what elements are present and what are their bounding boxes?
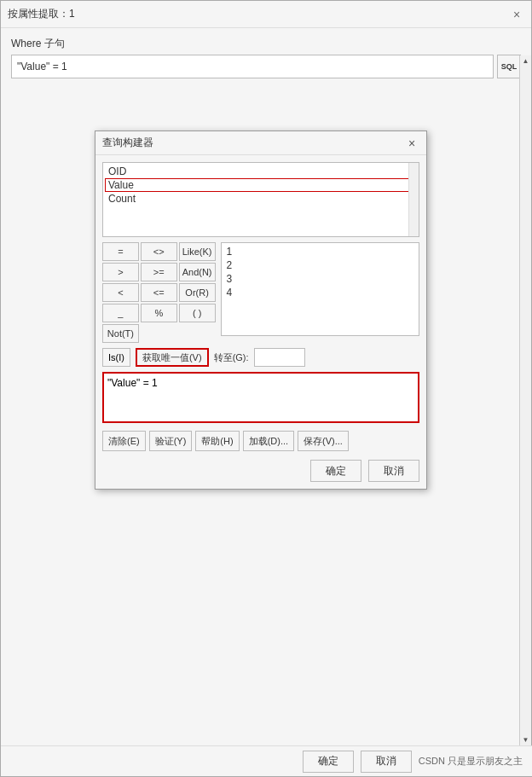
op-lte-button[interactable]: <= xyxy=(141,283,177,302)
is-button[interactable]: Is(I) xyxy=(102,348,130,367)
op-neq-button[interactable]: <> xyxy=(141,242,177,261)
outer-window-title: 按属性提取：1 xyxy=(8,7,75,21)
op-gte-button[interactable]: >= xyxy=(141,263,177,281)
values-list[interactable]: 1 2 3 4 xyxy=(221,242,419,336)
verify-button[interactable]: 验证(Y) xyxy=(149,431,193,451)
get-unique-button[interactable]: 获取唯一值(V) xyxy=(136,348,209,367)
op-or-button[interactable]: Or(R) xyxy=(179,283,216,302)
op-parens-button[interactable]: ( ) xyxy=(179,304,216,322)
outer-right-scrollbar[interactable]: ▲ ▼ xyxy=(519,55,531,745)
op-percent-button[interactable]: % xyxy=(141,304,177,322)
where-input[interactable] xyxy=(11,55,494,78)
sql-icon-button[interactable]: SQL xyxy=(497,55,521,78)
value-item-4[interactable]: 4 xyxy=(225,286,415,299)
bottom-confirm-button[interactable]: 确定 xyxy=(303,751,354,773)
value-item-3[interactable]: 3 xyxy=(225,272,415,286)
where-input-row: SQL xyxy=(11,55,521,78)
scroll-down-arrow[interactable]: ▼ xyxy=(523,736,529,744)
operators-values-row: = <> Like(K) > >= And(N) < <= Or(R) _ % … xyxy=(102,242,419,343)
operators-grid: = <> Like(K) > >= And(N) < <= Or(R) _ % … xyxy=(102,242,216,343)
dialog-titlebar: 查询构建器 × xyxy=(95,131,426,155)
goto-input[interactable] xyxy=(254,348,305,367)
fields-scrollbar[interactable] xyxy=(408,163,419,236)
fields-list-inner: OID Value Count xyxy=(105,165,417,206)
op-and-button[interactable]: And(N) xyxy=(179,263,216,281)
op-not-button[interactable]: Not(T) xyxy=(102,324,139,343)
expression-textarea[interactable]: "Value" = 1 xyxy=(102,372,419,423)
dialog-cancel-button[interactable]: 取消 xyxy=(368,460,419,482)
bottom-cancel-button[interactable]: 取消 xyxy=(361,751,412,773)
op-like-button[interactable]: Like(K) xyxy=(179,242,216,261)
dialog-title: 查询构建器 xyxy=(102,136,153,150)
goto-label: 转至(G): xyxy=(214,351,249,364)
outer-content: Where 子句 SQL ▲ ▼ 查询构建器 × OID xyxy=(1,28,531,776)
dialog-close-button[interactable]: × xyxy=(404,136,419,151)
value-item-1[interactable]: 1 xyxy=(225,245,415,258)
action-buttons-row: 清除(E) 验证(Y) 帮助(H) 加载(D)... 保存(V)... xyxy=(102,431,419,451)
field-item-count[interactable]: Count xyxy=(105,192,417,206)
dialog-body: OID Value Count = <> Like(K) > >= xyxy=(95,155,426,489)
op-gt-button[interactable]: > xyxy=(102,263,139,281)
op-lt-button[interactable]: < xyxy=(102,283,139,302)
fields-list[interactable]: OID Value Count xyxy=(102,162,419,237)
is-not-row: Is(I) 获取唯一值(V) 转至(G): xyxy=(102,348,419,367)
outer-titlebar: 按属性提取：1 × xyxy=(1,1,531,28)
load-button[interactable]: 加载(D)... xyxy=(243,431,294,451)
value-item-2[interactable]: 2 xyxy=(225,258,415,272)
help-button[interactable]: 帮助(H) xyxy=(195,431,239,451)
field-item-value[interactable]: Value xyxy=(105,178,417,192)
outer-close-button[interactable]: × xyxy=(509,7,524,22)
op-eq-button[interactable]: = xyxy=(102,242,139,261)
clear-button[interactable]: 清除(E) xyxy=(102,431,146,451)
dialog-confirm-row: 确定 取消 xyxy=(102,460,419,482)
outer-bottom-bar: 确定 取消 CSDN 只是显示朋友之主 xyxy=(1,745,532,776)
where-label: Where 子句 xyxy=(11,37,521,51)
dialog-confirm-button[interactable]: 确定 xyxy=(310,460,361,482)
watermark-text: CSDN 只是显示朋友之主 xyxy=(419,755,523,768)
outer-window: 按属性提取：1 × Where 子句 SQL ▲ ▼ 查询构建器 × xyxy=(0,0,532,777)
field-item-oid[interactable]: OID xyxy=(105,165,417,178)
save-button[interactable]: 保存(V)... xyxy=(298,431,349,451)
query-builder-dialog: 查询构建器 × OID Value Count xyxy=(95,130,427,490)
where-section: Where 子句 SQL xyxy=(11,37,521,78)
scroll-up-arrow[interactable]: ▲ xyxy=(523,57,529,65)
op-underscore-button[interactable]: _ xyxy=(102,304,139,322)
